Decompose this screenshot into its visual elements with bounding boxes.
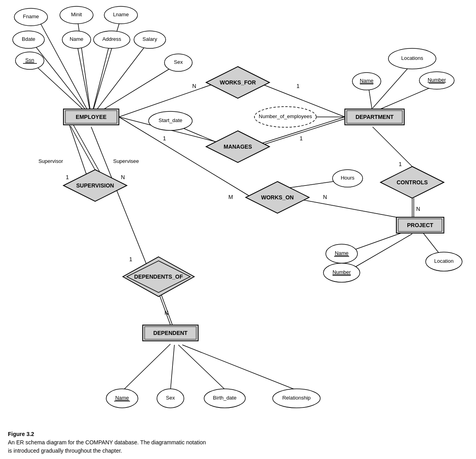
supervisee-label: Supervisee <box>113 158 139 164</box>
attr-bdate-label: Bdate <box>22 36 35 42</box>
svg-line-33 <box>161 293 172 325</box>
employee-label: EMPLOYEE <box>76 114 107 120</box>
card-supervision-n: N <box>121 174 125 180</box>
attr-fname-label: Fname <box>23 13 39 19</box>
card-works-for-1: 1 <box>296 83 300 89</box>
attr-dept-name-label: Name <box>360 78 374 84</box>
attr-ssn-label: Ssn <box>25 57 34 63</box>
attr-proj-number-label: Number <box>333 269 351 275</box>
attr-dept-number-label: Number <box>428 77 446 83</box>
svg-line-23 <box>380 85 436 109</box>
figure-title: Figure 3.2 <box>8 431 34 437</box>
attr-dep-name-label: Name <box>115 395 129 401</box>
attr-relationship-label: Relationship <box>282 395 311 401</box>
caption-line2: is introduced gradually throughout the c… <box>8 448 122 454</box>
attr-lname-label: Lname <box>113 11 129 17</box>
card-controls-1: 1 <box>399 161 402 167</box>
svg-line-36 <box>178 345 226 390</box>
manages-label: MANAGES <box>224 143 252 150</box>
card-supervision-1: 1 <box>66 174 69 180</box>
svg-line-37 <box>182 345 297 390</box>
attr-dep-sex-label: Sex <box>166 395 175 401</box>
attr-proj-name-label: Name <box>335 250 349 256</box>
card-works-on-n: N <box>323 194 327 200</box>
svg-line-14 <box>73 125 101 174</box>
card-manages-1a: 1 <box>163 135 166 142</box>
attr-birth-date-label: Birth_date <box>213 395 236 401</box>
works-on-label: WORKS_ON <box>261 194 294 201</box>
dependents-of-label: DEPENDENTS_OF <box>134 273 183 280</box>
card-manages-1b: 1 <box>300 135 303 142</box>
attr-minit-label: Minit <box>71 11 82 17</box>
card-works-on-m: M <box>228 194 233 200</box>
svg-line-24 <box>373 127 412 166</box>
attr-start-date-label: Start_date <box>159 117 182 123</box>
controls-label: CONTROLS <box>397 179 428 186</box>
attr-address-label: Address <box>102 36 121 42</box>
svg-line-6 <box>91 42 149 117</box>
card-controls-n: N <box>416 206 420 212</box>
supervisor-label: Supervisor <box>38 158 63 164</box>
svg-line-5 <box>91 42 110 117</box>
attr-location-proj-label: Location <box>434 258 453 264</box>
attr-name-emp-label: Name <box>70 36 84 42</box>
works-for-label: WORKS_FOR <box>220 79 256 86</box>
card-works-for-n: N <box>192 83 196 89</box>
svg-line-35 <box>170 345 174 390</box>
er-diagram-container: .entity-rect { fill: #d0d0d0; stroke: #0… <box>0 0 476 432</box>
attr-hours-label: Hours <box>341 175 355 181</box>
card-dependents-of-n: N <box>164 310 168 316</box>
department-label: DEPARTMENT <box>356 114 394 120</box>
figure-caption: Figure 3.2 An ER schema diagram for the … <box>0 426 476 459</box>
dependent-label: DEPENDENT <box>153 330 188 336</box>
attr-num-employees-label: Number_of_employees <box>259 113 312 119</box>
attr-sex-emp-label: Sex <box>174 59 183 65</box>
attr-locations-label: Locations <box>401 55 423 61</box>
caption-line1: An ER schema diagram for the COMPANY dat… <box>8 439 206 446</box>
project-label: PROJECT <box>407 222 434 228</box>
svg-line-34 <box>123 344 170 390</box>
svg-line-30 <box>351 234 412 270</box>
attr-salary-label: Salary <box>143 36 157 42</box>
svg-line-32 <box>159 293 170 325</box>
card-dependents-of-1: 1 <box>129 256 132 262</box>
svg-line-27 <box>289 197 396 217</box>
supervision-label: SUPERVISION <box>76 182 114 189</box>
